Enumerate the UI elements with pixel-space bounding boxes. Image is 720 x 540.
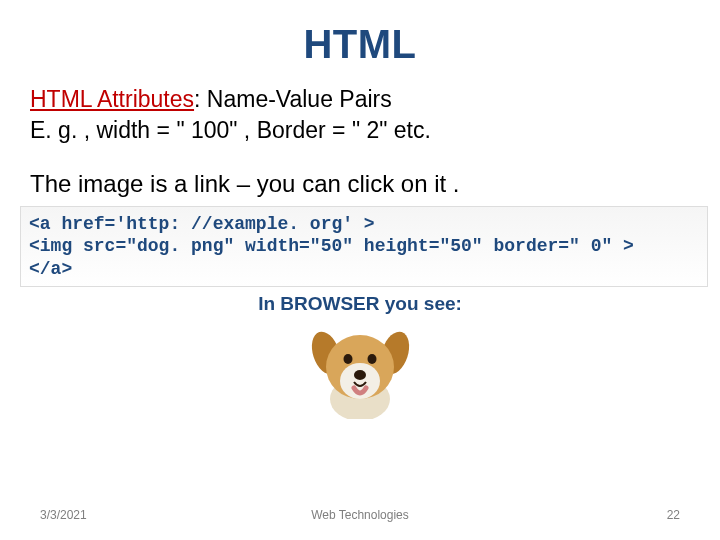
footer-date: 3/3/2021: [40, 508, 253, 522]
slide-footer: 3/3/2021 Web Technologies 22: [0, 508, 720, 522]
code-line-2: <img src="dog. png" width="50" height="5…: [29, 235, 699, 258]
browser-label: In BROWSER you see:: [30, 293, 690, 315]
subtitle-suffix: : Name-Value Pairs: [194, 86, 392, 112]
dog-icon: [303, 319, 418, 419]
subtitle-line: HTML Attributes: Name-Value Pairs: [30, 85, 690, 115]
footer-center: Web Technologies: [253, 508, 466, 522]
slide-title: HTML: [30, 22, 690, 67]
example-line: E. g. , width = " 100" , Border = " 2" e…: [30, 117, 690, 144]
svg-point-6: [367, 354, 376, 364]
svg-point-5: [343, 354, 352, 364]
code-block: <a href='http: //example. org' > <img sr…: [20, 206, 708, 288]
footer-page-number: 22: [467, 508, 680, 522]
rendered-image-wrap: [30, 319, 690, 423]
code-line-3: </a>: [29, 258, 699, 281]
dog-image[interactable]: [303, 319, 418, 423]
link-description: The image is a link – you can click on i…: [30, 170, 690, 198]
subtitle-prefix: HTML Attributes: [30, 86, 194, 112]
svg-point-7: [354, 370, 366, 380]
slide-container: HTML HTML Attributes: Name-Value Pairs E…: [0, 0, 720, 540]
code-line-1: <a href='http: //example. org' >: [29, 213, 699, 236]
